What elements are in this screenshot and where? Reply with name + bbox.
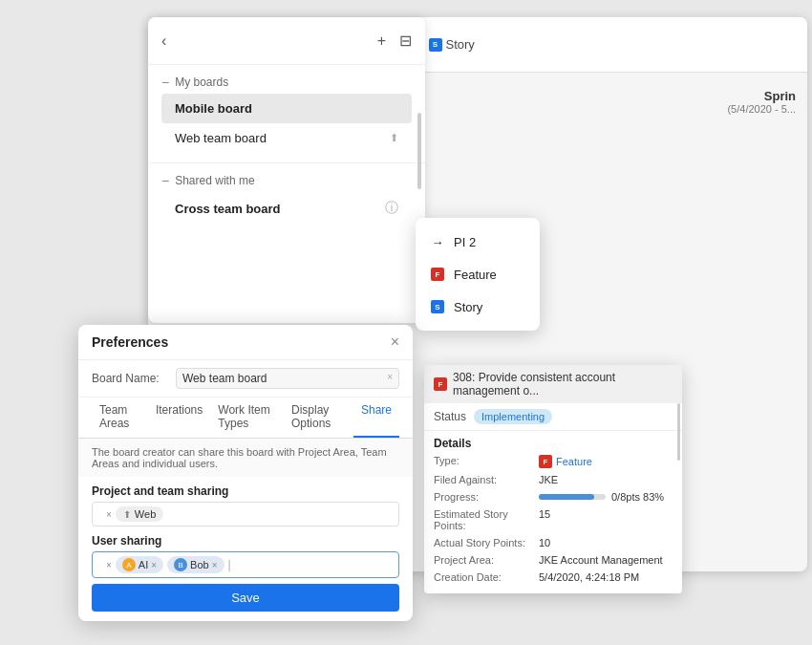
- type-feature-icon: F: [539, 455, 552, 468]
- tab-iterations[interactable]: Iterations: [148, 398, 210, 438]
- sprint-title: Sprin: [727, 89, 796, 103]
- status-badge: Implementing: [474, 409, 552, 424]
- project-area-value: JKE Account Management: [539, 554, 673, 566]
- shared-section: − Shared with me Cross team board ⓘ: [148, 162, 425, 234]
- tab-share[interactable]: Share: [353, 398, 399, 438]
- status-label: Status: [434, 410, 466, 423]
- detail-type-row: Type: F Feature: [434, 452, 673, 471]
- sidebar-item-web-team-board[interactable]: Web team board ⬆: [161, 123, 412, 153]
- detail-filed-row: Filed Against: JKE: [434, 471, 673, 488]
- filed-against-value: JKE: [539, 474, 673, 485]
- actual-value: 10: [539, 537, 673, 548]
- estimated-label: Estimated Story Points:: [434, 508, 539, 531]
- sidebar-item-cross-team-board[interactable]: Cross team board ⓘ: [161, 192, 412, 225]
- pref-close-button[interactable]: ×: [391, 334, 399, 350]
- my-boards-label: − My boards: [161, 75, 412, 90]
- user-section-title: User sharing: [78, 527, 413, 551]
- filed-against-label: Filed Against:: [434, 474, 539, 485]
- remove-bob-tag-icon[interactable]: ×: [212, 560, 218, 570]
- dropdown-item-feature[interactable]: F Feature: [416, 258, 540, 290]
- creation-date-value: 5/4/2020, 4:24:18 PM: [539, 571, 673, 583]
- type-label: Type:: [434, 455, 539, 466]
- tab-team-areas[interactable]: Team Areas: [92, 398, 148, 438]
- pref-board-row: Board Name: Web team board ×: [78, 360, 413, 398]
- detail-header: F 308: Provide consistent account manage…: [424, 365, 682, 403]
- preferences-dialog: Preferences × Board Name: Web team board…: [78, 325, 413, 621]
- tab-work-item-types[interactable]: Work Item Types: [210, 398, 284, 438]
- remove-ai-tag-icon[interactable]: ×: [151, 560, 157, 570]
- upload-icon: ⬆: [390, 132, 398, 144]
- detail-status-row: Status Implementing: [424, 403, 682, 431]
- pref-header: Preferences ×: [78, 325, 413, 360]
- type-value[interactable]: F Feature: [539, 455, 673, 468]
- pref-footer: Save: [78, 574, 413, 621]
- my-boards-section: − My boards Mobile board Web team board …: [148, 65, 425, 162]
- filter-icon[interactable]: ⊟: [399, 32, 412, 50]
- user-input-cursor[interactable]: |: [228, 558, 231, 571]
- progress-fill: [539, 494, 594, 500]
- story-tab[interactable]: S Story: [421, 34, 482, 54]
- detail-title: 308: Provide consistent account manageme…: [453, 371, 673, 398]
- user-avatar-bob: B: [174, 558, 187, 571]
- remove-user-row-icon[interactable]: ×: [106, 560, 112, 570]
- sidebar-header: ‹ + ⊟: [148, 17, 425, 65]
- sidebar-nav: ‹: [161, 32, 166, 50]
- board-name-label: Board Name:: [92, 372, 168, 385]
- detail-project-row: Project Area: JKE Account Management: [434, 551, 673, 569]
- pref-info: The board creator can share this board w…: [78, 439, 413, 477]
- info-icon[interactable]: ⓘ: [385, 200, 398, 217]
- sidebar-panel: ‹ + ⊟ − My boards Mobile board Web team …: [148, 17, 425, 323]
- remove-project-tag-icon[interactable]: ×: [106, 509, 112, 520]
- detail-progress-row: Progress: 0/8pts 83%: [434, 488, 673, 505]
- save-button[interactable]: Save: [92, 584, 399, 612]
- dropdown-item-story[interactable]: S Story: [416, 290, 540, 323]
- progress-container: 0/8pts 83%: [539, 491, 673, 503]
- sprint-date: (5/4/2020 - 5...: [727, 103, 796, 115]
- detail-table: Type: F Feature Filed Against: JKE Progr…: [424, 452, 682, 593]
- actual-label: Actual Story Points:: [434, 537, 539, 548]
- clear-input-icon[interactable]: ×: [387, 372, 393, 382]
- add-icon[interactable]: +: [377, 32, 386, 50]
- pref-title: Preferences: [92, 334, 168, 350]
- collapse-my-boards-icon[interactable]: −: [161, 75, 169, 90]
- pref-tabs: Team Areas Iterations Work Item Types Di…: [78, 398, 413, 439]
- pi2-arrow-icon: →: [429, 233, 446, 250]
- project-tag-row: × ⬆ Web: [92, 502, 399, 527]
- board-name-input[interactable]: Web team board ×: [176, 368, 399, 389]
- creation-date-label: Creation Date:: [434, 571, 539, 583]
- detail-actual-row: Actual Story Points: 10: [434, 534, 673, 551]
- collapse-shared-icon[interactable]: −: [161, 173, 169, 188]
- detail-estimated-row: Estimated Story Points: 15: [434, 505, 673, 534]
- detail-section-title: Details: [424, 431, 682, 452]
- project-area-label: Project Area:: [434, 554, 539, 566]
- detail-scrollbar[interactable]: [677, 403, 680, 461]
- story-icon: S: [429, 38, 442, 52]
- user-tag-ai: A AI ×: [116, 556, 163, 573]
- detail-creation-row: Creation Date: 5/4/2020, 4:24:18 PM: [434, 569, 673, 586]
- dropdown-story-icon: S: [429, 298, 446, 315]
- sprint-header: Sprin (5/4/2020 - 5...: [727, 89, 796, 115]
- detail-popup: F 308: Provide consistent account manage…: [424, 365, 682, 593]
- dropdown-feature-icon: F: [429, 266, 446, 283]
- user-tag-bob: B Bob ×: [167, 556, 224, 573]
- sidebar-item-mobile-board[interactable]: Mobile board: [161, 94, 412, 123]
- shared-label: − Shared with me: [161, 173, 412, 188]
- dropdown-menu: → PI 2 F Feature S Story: [416, 218, 540, 331]
- project-tag: ⬆ Web: [116, 506, 163, 522]
- tab-display-options[interactable]: Display Options: [284, 398, 353, 438]
- scrollbar-thumb[interactable]: [417, 113, 421, 189]
- detail-feature-icon: F: [434, 376, 447, 392]
- progress-bar: [539, 494, 606, 500]
- user-avatar-ai: A: [122, 558, 136, 571]
- dropdown-item-pi2[interactable]: → PI 2: [416, 226, 540, 258]
- back-icon[interactable]: ‹: [161, 32, 166, 50]
- progress-text: 0/8pts 83%: [611, 491, 673, 503]
- progress-label: Progress:: [434, 491, 539, 503]
- estimated-value: 15: [539, 508, 673, 520]
- project-section-title: Project and team sharing: [78, 477, 413, 502]
